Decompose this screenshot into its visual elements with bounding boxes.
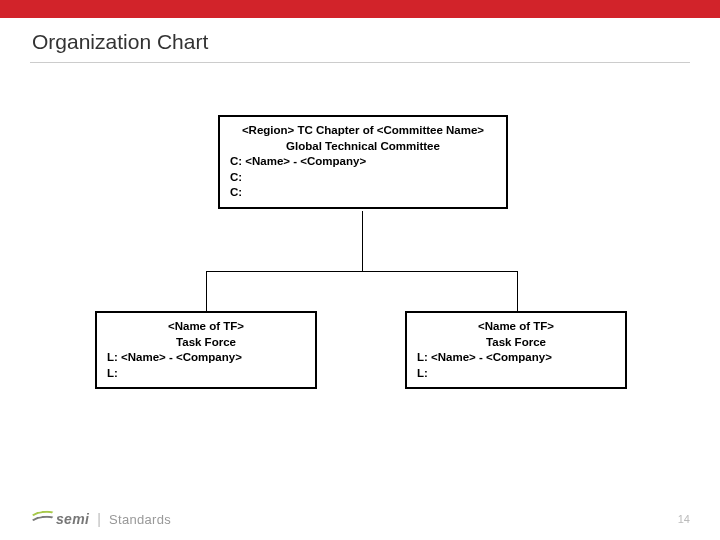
org-node-root: <Region> TC Chapter of <Committee Name> … <box>218 115 508 209</box>
page-number: 14 <box>678 513 690 525</box>
page-title: Organization Chart <box>0 18 720 62</box>
root-title-line2: Global Technical Committee <box>230 139 496 155</box>
brand-semi: semi <box>56 511 89 527</box>
connector <box>206 271 207 311</box>
org-node-child: <Name of TF> Task Force L: <Name> - <Com… <box>95 311 317 389</box>
connector <box>517 271 518 311</box>
child-title: <Name of TF> <box>417 319 615 335</box>
brand-standards: Standards <box>109 512 171 527</box>
child-leader-1: L: <Name> - <Company> <box>107 350 305 366</box>
accent-bar <box>0 0 720 18</box>
brand-divider: | <box>93 511 105 527</box>
root-chair-3: C: <box>230 185 496 201</box>
semi-swoosh-icon <box>30 512 52 526</box>
org-chart: <Region> TC Chapter of <Committee Name> … <box>0 63 720 483</box>
child-leader-2: L: <box>107 366 305 382</box>
org-node-child: <Name of TF> Task Force L: <Name> - <Com… <box>405 311 627 389</box>
root-chair-1: C: <Name> - <Company> <box>230 154 496 170</box>
child-leader-1: L: <Name> - <Company> <box>417 350 615 366</box>
root-chair-2: C: <box>230 170 496 186</box>
brand-logo: semi | Standards <box>30 511 171 527</box>
connector <box>206 271 518 272</box>
footer: semi | Standards 14 <box>0 504 720 534</box>
child-subtitle: Task Force <box>417 335 615 351</box>
child-subtitle: Task Force <box>107 335 305 351</box>
child-title: <Name of TF> <box>107 319 305 335</box>
child-leader-2: L: <box>417 366 615 382</box>
root-title-line1: <Region> TC Chapter of <Committee Name> <box>230 123 496 139</box>
connector <box>362 211 363 271</box>
